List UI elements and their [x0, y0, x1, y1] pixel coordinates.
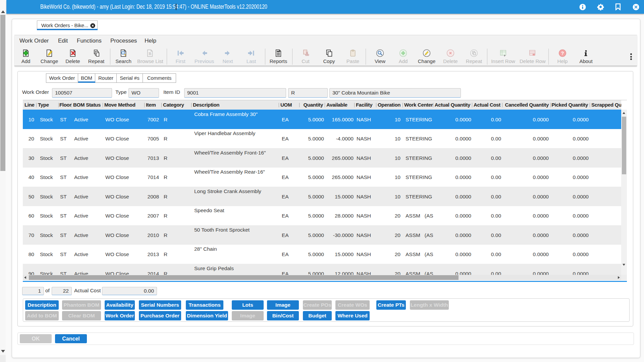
- svg-text:?: ?: [561, 51, 564, 56]
- svg-text:B: B: [149, 51, 151, 56]
